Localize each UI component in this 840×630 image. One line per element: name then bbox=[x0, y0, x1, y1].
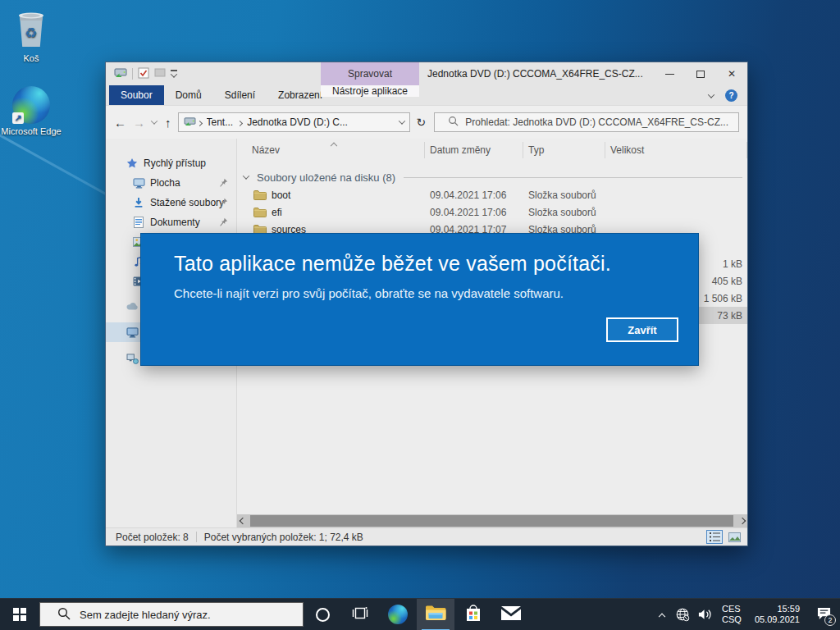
desktop-icon-recycle-bin[interactable]: ♻ Koš bbox=[0, 8, 62, 64]
file-explorer-taskbar-button[interactable] bbox=[417, 599, 454, 630]
edge-taskbar-button[interactable] bbox=[379, 599, 417, 630]
network-icon bbox=[126, 354, 139, 364]
breadcrumb-separator-icon bbox=[238, 116, 242, 128]
computer-icon bbox=[126, 327, 139, 338]
task-view-button[interactable] bbox=[341, 599, 379, 630]
clock[interactable]: 15:59 05.09.2021 bbox=[755, 604, 800, 625]
item-count: Počet položek: 8 bbox=[116, 532, 189, 543]
new-folder-icon[interactable] bbox=[154, 67, 166, 80]
file-row-efi[interactable]: efi09.04.2021 17:06Složka souborů bbox=[237, 203, 747, 221]
history-dropdown-icon[interactable] bbox=[151, 117, 158, 124]
help-icon[interactable]: ? bbox=[725, 89, 737, 102]
action-center-button[interactable]: 2 bbox=[807, 599, 840, 630]
tab-soubor[interactable]: Soubor bbox=[109, 85, 164, 105]
back-button[interactable]: ← bbox=[114, 116, 126, 130]
dialog-title: Tato aplikace nemůže běžet ve vašem počí… bbox=[174, 252, 698, 276]
search-icon bbox=[448, 116, 459, 129]
desktop-icon-label: Koš bbox=[0, 53, 62, 64]
close-dialog-button[interactable]: Zavřít bbox=[606, 317, 678, 342]
volume-icon[interactable] bbox=[693, 599, 716, 630]
recycle-bin-icon: ♻ bbox=[0, 8, 62, 51]
sidebar-item-dokumenty[interactable]: Dokumenty bbox=[106, 212, 236, 232]
sidebar-item-label: Plocha bbox=[150, 177, 180, 189]
group-header[interactable]: Soubory uložené na disku (8) bbox=[237, 168, 747, 186]
maximize-button[interactable] bbox=[685, 62, 716, 85]
tray-overflow-button[interactable] bbox=[652, 599, 672, 630]
network-status-icon[interactable] bbox=[672, 599, 693, 630]
address-box[interactable]: Tent...Jednotka DVD (D:) C... bbox=[178, 112, 410, 132]
scrollbar-thumb[interactable] bbox=[250, 515, 733, 527]
svg-text:♻: ♻ bbox=[25, 25, 37, 41]
up-button[interactable]: ↑ bbox=[165, 116, 171, 130]
dvd-drive-icon bbox=[114, 67, 127, 80]
breadcrumb: Tent...Jednotka DVD (D:) C... bbox=[196, 116, 351, 128]
store-taskbar-button[interactable] bbox=[454, 599, 492, 630]
taskbar: Sem zadejte hledaný výraz. bbox=[0, 598, 840, 630]
folder-icon bbox=[253, 207, 267, 217]
address-dropdown-icon[interactable] bbox=[398, 117, 404, 124]
language-indicator[interactable]: CES CSQ bbox=[722, 604, 742, 625]
tab-n-stroje-aplikace[interactable]: Nástroje aplikace bbox=[321, 85, 419, 97]
breadcrumb-segment[interactable]: Jednotka DVD (D:) C... bbox=[247, 116, 348, 128]
windows-logo-icon bbox=[13, 608, 26, 621]
search-box[interactable]: Prohledat: Jednotka DVD (D:) CCCOMA_X64F… bbox=[434, 112, 739, 132]
pin-icon bbox=[219, 198, 228, 209]
selection-info: Počet vybraných položek: 1; 72,4 kB bbox=[204, 532, 363, 543]
ribbon-controls: ? bbox=[709, 85, 737, 106]
desktop-icon-label: Microsoft Edge bbox=[0, 126, 62, 137]
sidebar-item-plocha[interactable]: Plocha bbox=[106, 173, 236, 193]
view-buttons bbox=[706, 530, 742, 544]
sidebar-item-sta-en-soubory[interactable]: Stažené soubory bbox=[106, 193, 236, 212]
task-view-icon bbox=[352, 606, 368, 623]
file-name: boot bbox=[237, 189, 425, 201]
thumbnail-view-button[interactable] bbox=[726, 530, 742, 544]
sidebar-item-rychl-p-stup[interactable]: Rychlý přístup bbox=[106, 153, 236, 173]
refresh-icon[interactable]: ↻ bbox=[417, 116, 427, 129]
location-drive-icon bbox=[184, 116, 196, 129]
tab-sd-len[interactable]: Sdílení bbox=[213, 85, 267, 105]
properties-check-icon[interactable] bbox=[138, 67, 149, 81]
column-headers: NázevDatum změnyTypVelikost bbox=[237, 139, 747, 162]
system-tray: CES CSQ 15:59 05.09.2021 2 bbox=[652, 599, 840, 630]
close-button[interactable]: ✕ bbox=[716, 62, 747, 85]
customize-toolbar-icon[interactable] bbox=[171, 70, 177, 78]
desktop-icon-edge[interactable]: ↗ Microsoft Edge bbox=[0, 86, 62, 137]
start-button[interactable] bbox=[0, 599, 39, 630]
pin-icon bbox=[219, 178, 228, 189]
search-placeholder: Prohledat: Jednotka DVD (D:) CCCOMA_X64F… bbox=[465, 116, 728, 128]
group-label: Soubory uložené na disku (8) bbox=[257, 171, 395, 184]
mail-taskbar-button[interactable] bbox=[492, 599, 530, 630]
status-separator bbox=[196, 532, 197, 542]
column-header-typ[interactable]: Typ bbox=[523, 142, 605, 158]
horizontal-scrollbar[interactable] bbox=[237, 514, 747, 527]
breadcrumb-segment[interactable]: Tent... bbox=[207, 116, 234, 128]
file-row-boot[interactable]: boot09.04.2021 17:06Složka souborů bbox=[237, 186, 747, 203]
file-type: Složka souborů bbox=[523, 207, 605, 218]
file-date: 09.04.2021 17:06 bbox=[425, 189, 523, 201]
download-icon bbox=[132, 197, 145, 208]
desktop: ♻ Koš ↗ Microsoft Edge bbox=[0, 0, 840, 630]
cortana-button[interactable] bbox=[304, 599, 341, 630]
file-type: Složka souborů bbox=[523, 189, 605, 201]
column-header-datum-zm-ny[interactable]: Datum změny bbox=[425, 142, 523, 158]
breadcrumb-separator-icon bbox=[198, 116, 202, 128]
forward-button[interactable]: → bbox=[133, 116, 145, 130]
shortcut-arrow-icon: ↗ bbox=[12, 112, 24, 124]
column-header-velikost[interactable]: Velikost bbox=[605, 142, 747, 158]
minimize-button[interactable] bbox=[654, 62, 685, 85]
contextual-tab-group[interactable]: Spravovat bbox=[321, 62, 419, 85]
details-view-button[interactable] bbox=[706, 530, 723, 544]
tab-dom[interactable]: Domů bbox=[164, 85, 213, 105]
edge-logo-icon: ↗ bbox=[12, 86, 50, 124]
scroll-left-icon[interactable] bbox=[237, 518, 248, 523]
scroll-right-icon[interactable] bbox=[737, 518, 747, 523]
taskbar-search-input[interactable]: Sem zadejte hledaný výraz. bbox=[39, 602, 304, 627]
star-icon bbox=[126, 158, 139, 169]
ribbon-expand-icon[interactable] bbox=[708, 91, 714, 98]
group-collapse-icon[interactable] bbox=[243, 172, 249, 179]
monitor-icon bbox=[132, 178, 145, 189]
store-icon bbox=[465, 604, 482, 626]
file-name: efi bbox=[237, 207, 425, 218]
mail-icon bbox=[501, 606, 521, 623]
title-bar[interactable]: Spravovat Jednotka DVD (D:) CCCOMA_X64FR… bbox=[106, 62, 747, 85]
